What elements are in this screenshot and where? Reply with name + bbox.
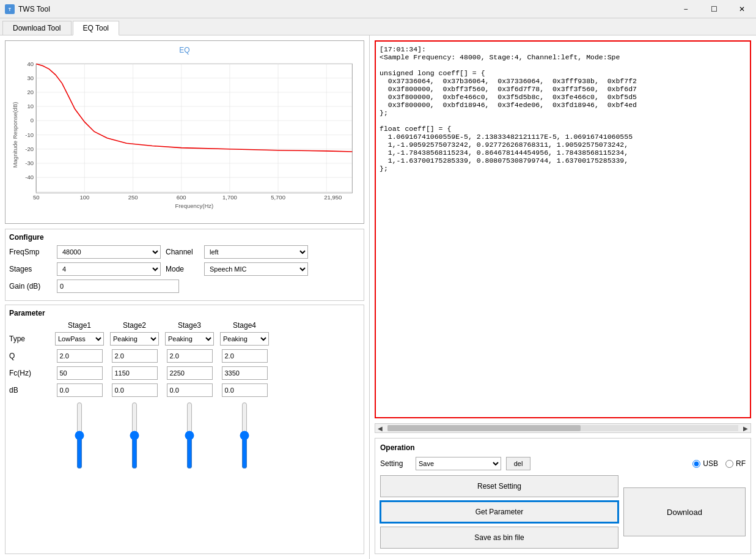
q4-input[interactable] (222, 349, 268, 363)
chart-area: Magnitude Response(dB) 40 (10, 57, 359, 213)
rf-radio-label[interactable]: RF (725, 459, 746, 468)
svg-text:Magnitude Response(dB): Magnitude Response(dB) (12, 102, 18, 168)
parameter-title: Parameter (9, 309, 360, 317)
right-panel: [17:01:34]: <Sample Frequency: 48000, St… (370, 35, 756, 559)
svg-text:20: 20 (27, 89, 34, 95)
db4-input[interactable] (222, 383, 268, 397)
stage2-header: Stage2 (107, 321, 162, 330)
q3-input[interactable] (167, 349, 213, 363)
left-buttons: Reset Setting Get Parameter Save as bin … (380, 475, 618, 549)
stage1-header: Stage1 (52, 321, 107, 330)
fc1-input[interactable] (57, 366, 103, 380)
q-row: Q (9, 349, 360, 363)
type2-select[interactable]: PeakingLowPassHighPass (110, 332, 159, 346)
slider2[interactable] (128, 402, 141, 469)
type1-select[interactable]: LowPassHighPassPeaking (55, 332, 104, 346)
get-parameter-button[interactable]: Get Parameter (380, 501, 618, 523)
maximize-button[interactable]: ☐ (700, 0, 728, 18)
buttons-area: Reset Setting Get Parameter Save as bin … (380, 475, 746, 549)
usb-label: USB (703, 459, 718, 468)
db1-input[interactable] (57, 383, 103, 397)
svg-text:Frequency(Hz): Frequency(Hz) (175, 202, 213, 209)
svg-text:-30: -30 (25, 160, 34, 166)
fc-row: Fc(Hz) (9, 366, 360, 380)
del-button[interactable]: del (506, 457, 530, 470)
window-title: TWS Tool (18, 5, 50, 13)
scroll-left-arrow[interactable]: ◀ (375, 425, 385, 432)
svg-text:21,950: 21,950 (324, 194, 342, 201)
channel-select[interactable]: left right (204, 245, 308, 259)
freqsmp-select[interactable]: 48000 44100 32000 (57, 245, 161, 259)
operation-section: Operation Setting Save Load del USB RF (375, 438, 751, 554)
reset-setting-button[interactable]: Reset Setting (380, 475, 618, 497)
svg-text:40: 40 (27, 61, 34, 67)
configure-title: Configure (9, 233, 360, 242)
gain-input[interactable] (57, 280, 179, 293)
app-icon: T (5, 4, 15, 14)
type4-select[interactable]: PeakingLowPassHighPass (220, 332, 269, 346)
download-button[interactable]: Download (623, 487, 746, 536)
db-label: dB (9, 386, 52, 394)
svg-text:250: 250 (128, 194, 138, 201)
q-label: Q (9, 352, 52, 360)
rf-label: RF (736, 459, 746, 468)
q1-input[interactable] (57, 349, 103, 363)
log-area: [17:01:34]: <Sample Frequency: 48000, St… (375, 40, 751, 418)
svg-text:10: 10 (27, 103, 34, 109)
tab-bar: Download Tool EQ Tool (0, 18, 756, 35)
mode-label: Mode (166, 265, 199, 273)
q2-input[interactable] (112, 349, 158, 363)
fc2-input[interactable] (112, 366, 158, 380)
slider2-cell (107, 402, 162, 475)
type1-cell: LowPassHighPassPeaking (52, 332, 107, 346)
svg-text:600: 600 (177, 194, 186, 201)
gain-row: Gain (dB) (9, 280, 360, 293)
db2-input[interactable] (112, 383, 158, 397)
svg-text:T: T (9, 7, 12, 12)
svg-text:-20: -20 (25, 146, 34, 152)
svg-rect-3 (36, 64, 352, 193)
slider1[interactable] (73, 402, 86, 469)
usb-radio[interactable] (692, 460, 700, 468)
minimize-button[interactable]: − (672, 0, 700, 18)
mode-select[interactable]: Speech MIC Music HFP (204, 262, 308, 276)
stage4-header: Stage4 (217, 321, 272, 330)
fc4-input[interactable] (222, 366, 268, 380)
usb-radio-label[interactable]: USB (692, 459, 718, 468)
svg-text:50: 50 (33, 194, 40, 201)
freqsmp-row: FreqSmp 48000 44100 32000 Channel left r… (9, 245, 360, 259)
svg-text:1,700: 1,700 (222, 194, 237, 201)
stages-select[interactable]: 4 1 2 3 5 (57, 262, 161, 276)
param-header-row: Stage1 Stage2 Stage3 Stage4 (9, 321, 360, 330)
slider-row (9, 402, 360, 475)
svg-text:-10: -10 (25, 131, 34, 138)
tab-eq[interactable]: EQ Tool (73, 21, 119, 35)
title-bar: T TWS Tool − ☐ ✕ (0, 0, 756, 18)
freqsmp-label: FreqSmp (9, 248, 52, 256)
db3-input[interactable] (167, 383, 213, 397)
fc3-input[interactable] (167, 366, 213, 380)
scroll-right-arrow[interactable]: ▶ (741, 425, 750, 432)
chart-title: EQ (10, 46, 359, 54)
stage3-header: Stage3 (162, 321, 217, 330)
slider4[interactable] (238, 402, 251, 469)
svg-text:5,700: 5,700 (271, 194, 285, 201)
svg-text:100: 100 (79, 194, 89, 201)
save-bin-button[interactable]: Save as bin file (380, 527, 618, 549)
type3-cell: PeakingLowPassHighPass (162, 332, 217, 346)
setting-select[interactable]: Save Load (416, 457, 501, 470)
scroll-thumb[interactable] (387, 425, 581, 431)
slider3[interactable] (183, 402, 196, 469)
horizontal-scrollbar[interactable]: ◀ ▶ (375, 423, 751, 433)
chart-container: EQ Magnitude Response(dB) (5, 40, 364, 224)
connection-radio-group: USB RF (692, 459, 746, 468)
window-controls: − ☐ ✕ (672, 0, 756, 18)
db-row: dB (9, 383, 360, 397)
close-button[interactable]: ✕ (728, 0, 756, 18)
rf-radio[interactable] (725, 460, 733, 468)
svg-text:30: 30 (27, 75, 34, 81)
tab-download[interactable]: Download Tool (2, 21, 72, 35)
main-content: EQ Magnitude Response(dB) (0, 35, 756, 559)
type3-select[interactable]: PeakingLowPassHighPass (165, 332, 214, 346)
configure-section: Configure FreqSmp 48000 44100 32000 Chan… (5, 229, 364, 301)
